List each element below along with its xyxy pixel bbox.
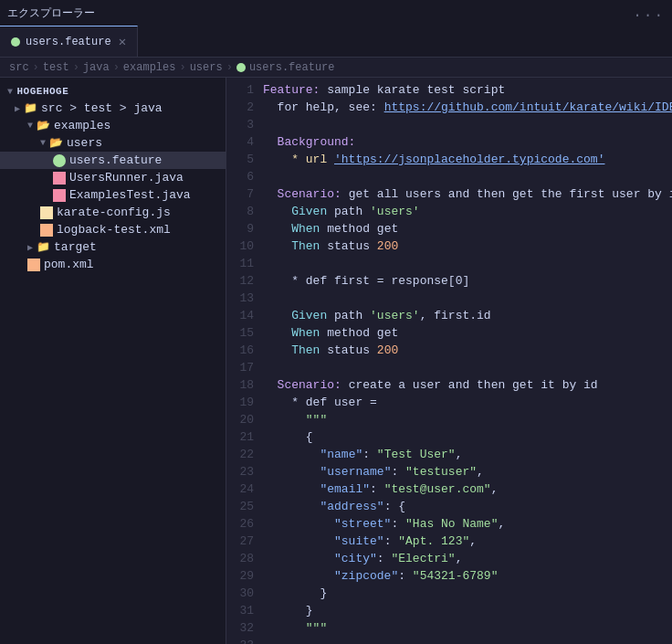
orange-square-icon (40, 224, 53, 237)
sidebar-item-label: target (54, 240, 97, 254)
yellow-square-icon (40, 206, 53, 219)
code-line-29: 29 "zipcode": "54321-6789" (226, 567, 672, 585)
breadcrumb-examples[interactable]: examples (123, 61, 176, 74)
breadcrumb-users[interactable]: users (190, 61, 223, 74)
red-square-icon (53, 189, 66, 202)
code-line-28: 28 "city": "Electri", (226, 550, 672, 567)
sidebar-item-pom[interactable]: pom.xml (0, 256, 226, 273)
token: : (391, 517, 405, 531)
code-line-7: 7 Scenario: get all users and then get t… (226, 185, 672, 203)
title-bar: エクスプローラー ... (0, 0, 672, 26)
line-number: 31 (226, 602, 263, 619)
line-content: * def first = response[0] (263, 272, 672, 290)
token: Given (263, 205, 334, 218)
token: * def first = response[0] (263, 274, 469, 288)
code-line-15: 15 When method get (226, 324, 672, 342)
sidebar-item-src-test-java[interactable]: ▶ 📁 src > test > java (0, 100, 226, 117)
title-bar-menu[interactable]: ... (633, 5, 665, 21)
code-line-25: 25 "address": { (226, 498, 672, 515)
token: : (384, 534, 399, 548)
editor[interactable]: 1Feature: sample karate test script2 for… (226, 78, 672, 644)
folder-icon: 📁 (24, 101, 37, 115)
sidebar-item-users[interactable]: ▼ 📂 users (0, 134, 226, 152)
sidebar-item-examples-test[interactable]: ExamplesTest.java (0, 186, 226, 204)
code-line-14: 14 Given path 'users', first.id (226, 307, 672, 324)
tab-label: users.feature (26, 36, 111, 48)
token: : (370, 482, 384, 496)
code-line-16: 16 Then status 200 (226, 342, 672, 359)
token (263, 552, 334, 565)
line-content: "username": "testuser", (263, 463, 672, 480)
code-line-17: 17 (226, 359, 672, 376)
line-number: 21 (226, 428, 263, 446)
sidebar-item-examples[interactable]: ▼ 📂 examples (0, 117, 226, 134)
line-content: "address": { (263, 498, 672, 515)
token: """ (263, 413, 327, 427)
token (263, 500, 320, 513)
code-line-6: 6 (226, 168, 672, 185)
sidebar-item-label: users.feature (69, 153, 162, 167)
token: path (334, 205, 370, 218)
chevron-down-icon: ▼ (40, 138, 46, 148)
token: 200 (377, 239, 398, 253)
code-line-11: 11 (226, 255, 672, 272)
tab-close-button[interactable]: ✕ (119, 34, 126, 49)
breadcrumb-test[interactable]: test (43, 61, 69, 74)
line-content: "suite": "Apt. 123", (263, 533, 672, 550)
line-content: "name": "Test User", (263, 446, 672, 463)
breadcrumb-java[interactable]: java (83, 61, 110, 74)
code-line-27: 27 "suite": "Apt. 123", (226, 533, 672, 550)
sidebar-item-logback[interactable]: logback-test.xml (0, 221, 226, 238)
tab-bar: users.feature ✕ (0, 26, 672, 58)
line-number: 24 (226, 480, 263, 498)
line-number: 4 (226, 133, 263, 151)
breadcrumb-file: users.feature (236, 61, 335, 74)
sidebar-item-users-feature[interactable]: users.feature (0, 152, 226, 169)
token: } (263, 586, 327, 600)
line-content: "email": "test@user.com", (263, 480, 672, 498)
line-content (263, 359, 672, 376)
sidebar-item-target[interactable]: ▶ 📁 target (0, 238, 226, 256)
main-area: ▼ HOGEHOGE ▶ 📁 src > test > java ▼ 📂 exa… (0, 78, 672, 644)
folder-open-icon: 📂 (49, 136, 63, 150)
token: 200 (377, 343, 398, 357)
code-line-12: 12 * def first = response[0] (226, 272, 672, 290)
token: "username" (320, 465, 391, 479)
breadcrumb-src[interactable]: src (9, 61, 29, 74)
line-number: 28 (226, 550, 263, 567)
line-content: * def user = (263, 394, 672, 411)
token: Scenario: (263, 187, 349, 201)
token: * def user = (263, 396, 377, 409)
sidebar-header[interactable]: ▼ HOGEHOGE (0, 83, 226, 100)
line-content: Background: (263, 133, 672, 151)
token: 'https://jsonplaceholder.typicode.com' (334, 153, 604, 166)
sidebar-item-users-runner[interactable]: UsersRunner.java (0, 169, 226, 186)
code-line-31: 31 } (226, 602, 672, 619)
breadcrumb-file-icon (236, 63, 246, 72)
line-content: } (263, 585, 672, 602)
token: , (498, 517, 505, 531)
token: Scenario: (263, 378, 349, 392)
token: Feature: (263, 83, 327, 97)
token: Given (263, 309, 334, 322)
line-content: """ (263, 619, 672, 637)
line-number: 9 (226, 220, 263, 238)
sidebar-item-label: src > test > java (41, 101, 163, 115)
token: Then (263, 239, 327, 253)
token: , (477, 465, 484, 479)
line-number: 7 (226, 185, 263, 203)
token: "test@user.com" (384, 482, 491, 496)
sidebar-item-karate-config[interactable]: karate-config.js (0, 204, 226, 221)
token (263, 569, 334, 583)
token: "zipcode" (334, 569, 398, 583)
tab-icon-green (11, 37, 20, 47)
breadcrumb: src › test › java › examples › users › u… (0, 58, 672, 78)
line-content: * url 'https://jsonplaceholder.typicode.… (263, 151, 672, 168)
line-number: 1 (226, 81, 263, 99)
line-number: 15 (226, 324, 263, 342)
sidebar-item-label: ExamplesTest.java (69, 188, 191, 202)
green-circle-icon (53, 154, 66, 167)
tab-users-feature[interactable]: users.feature ✕ (0, 26, 138, 57)
line-number: 18 (226, 376, 263, 394)
token: """ (263, 621, 327, 635)
